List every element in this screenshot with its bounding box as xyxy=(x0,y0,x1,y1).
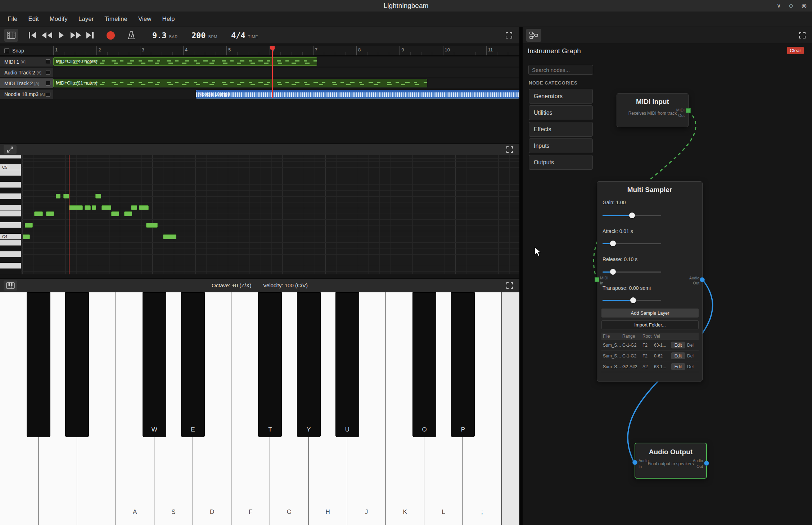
midi-note[interactable] xyxy=(23,234,30,239)
timeline-ruler[interactable]: 1234567891011 xyxy=(53,46,519,56)
sample-edit-button[interactable]: Edit xyxy=(671,352,685,359)
sample-edit-button[interactable]: Edit xyxy=(671,363,685,370)
time-sig-value[interactable]: 4/4 xyxy=(231,31,245,40)
track-header[interactable]: MIDI Track 2[A] xyxy=(0,78,53,88)
midi-note[interactable] xyxy=(102,205,111,210)
keystrip-row[interactable] xyxy=(0,205,21,211)
midi-note[interactable] xyxy=(56,194,60,198)
menu-item-help[interactable]: Help xyxy=(157,12,180,27)
search-nodes-input[interactable] xyxy=(528,65,593,75)
param-slider[interactable] xyxy=(603,241,661,246)
category-outputs[interactable]: Outputs xyxy=(529,155,593,170)
param-slider[interactable] xyxy=(603,297,661,303)
menu-item-layer[interactable]: Layer xyxy=(73,12,99,27)
timeline-playhead[interactable] xyxy=(272,46,273,98)
piano-roll-fullscreen-button[interactable] xyxy=(504,143,516,156)
menu-item-modify[interactable]: Modify xyxy=(44,12,73,27)
graph-fullscreen-button[interactable] xyxy=(796,29,808,41)
fast-forward-button[interactable] xyxy=(68,29,83,41)
midi-in-port[interactable] xyxy=(595,277,599,282)
keystrip-row[interactable] xyxy=(0,193,21,199)
midi-note[interactable] xyxy=(146,223,158,228)
menu-item-edit[interactable]: Edit xyxy=(23,12,44,27)
black-key[interactable]: T xyxy=(258,292,282,437)
midi-note[interactable] xyxy=(139,205,149,210)
keystrip-row[interactable] xyxy=(0,155,21,159)
film-strip-button[interactable] xyxy=(4,29,18,42)
record-button[interactable] xyxy=(107,31,115,40)
category-generators[interactable]: Generators xyxy=(529,89,593,104)
audio-in-port[interactable] xyxy=(632,460,637,465)
midi-clip[interactable]: MIDI Clip (21 notes) xyxy=(53,79,427,87)
black-key[interactable] xyxy=(27,292,50,437)
black-key[interactable] xyxy=(65,292,89,437)
category-inputs[interactable]: Inputs xyxy=(529,138,593,153)
add-sample-layer-button[interactable]: Add Sample Layer xyxy=(601,309,699,318)
track-lane[interactable]: Noodle 18.mp3 xyxy=(53,90,519,99)
slider-knob[interactable] xyxy=(610,241,616,246)
keystrip-row[interactable] xyxy=(0,199,21,205)
audio-out-port[interactable] xyxy=(704,461,709,466)
black-key[interactable]: P xyxy=(451,292,475,437)
sample-del-button[interactable]: Del xyxy=(685,353,696,359)
midi-note[interactable] xyxy=(46,211,54,216)
white-key[interactable] xyxy=(502,292,519,525)
audio-out-port[interactable] xyxy=(700,277,705,282)
clear-graph-button[interactable]: Clear xyxy=(787,47,804,54)
black-key[interactable]: O xyxy=(412,292,436,437)
track-checkbox[interactable] xyxy=(46,81,50,86)
midi-note[interactable] xyxy=(85,205,91,210)
keystrip-row[interactable] xyxy=(0,176,21,182)
rewind-button[interactable] xyxy=(40,29,54,41)
sample-edit-button[interactable]: Edit xyxy=(671,342,685,348)
keystrip-row[interactable]: C4 xyxy=(0,234,21,239)
midi-note[interactable] xyxy=(111,211,119,216)
param-slider[interactable] xyxy=(603,269,661,275)
skip-start-button[interactable] xyxy=(25,29,40,41)
import-folder-button[interactable]: Import Folder... xyxy=(601,320,699,329)
maximize-icon[interactable]: ◇ xyxy=(789,3,793,9)
keystrip-row[interactable] xyxy=(0,170,21,176)
keystrip-row[interactable] xyxy=(0,263,21,269)
graph-view-button[interactable] xyxy=(526,29,541,42)
piano-roll-expand-view-button[interactable] xyxy=(4,145,17,154)
midi-note[interactable] xyxy=(63,194,69,198)
track-header[interactable]: Audio Track 2[A] xyxy=(0,68,53,77)
menu-item-timeline[interactable]: Timeline xyxy=(99,12,133,27)
keystrip-row[interactable] xyxy=(0,246,21,251)
keystrip-row[interactable] xyxy=(0,257,21,263)
keystrip-row[interactable] xyxy=(0,269,21,274)
black-key[interactable]: W xyxy=(143,292,166,437)
track-lane[interactable]: MIDI Clip (21 notes) xyxy=(53,78,519,88)
node-audio-output[interactable]: Audio Output Final output to speakers Au… xyxy=(635,443,707,479)
keyboard-fullscreen-button[interactable] xyxy=(504,279,516,292)
menu-item-file[interactable]: File xyxy=(2,12,23,27)
track-checkbox[interactable] xyxy=(46,59,50,64)
category-utilities[interactable]: Utilities xyxy=(529,105,593,120)
close-icon[interactable]: ⊗ xyxy=(801,3,807,9)
piano-roll-playhead[interactable] xyxy=(69,155,69,274)
midi-note[interactable] xyxy=(95,194,101,198)
timeline-expand-button[interactable] xyxy=(503,29,515,41)
midi-note[interactable] xyxy=(163,234,176,239)
bpm-value[interactable]: 200 xyxy=(191,31,206,40)
midi-out-port[interactable] xyxy=(686,108,691,113)
skip-end-button[interactable] xyxy=(83,29,97,41)
midi-note[interactable] xyxy=(124,211,132,216)
slider-knob[interactable] xyxy=(630,297,636,303)
track-header[interactable]: Noodle 18.mp3[A] xyxy=(0,90,53,99)
midi-clip[interactable]: MIDI Clip (40 notes) xyxy=(53,57,317,66)
minimize-icon[interactable]: ∨ xyxy=(777,3,781,9)
midi-note[interactable] xyxy=(34,211,43,216)
keystrip-row[interactable] xyxy=(0,228,21,234)
audio-clip[interactable]: Noodle 18.mp3 xyxy=(196,90,519,99)
midi-note[interactable] xyxy=(92,205,96,210)
sample-del-button[interactable]: Del xyxy=(685,364,696,369)
sample-del-button[interactable]: Del xyxy=(685,343,696,348)
category-effects[interactable]: Effects xyxy=(529,122,593,137)
track-checkbox[interactable] xyxy=(46,70,50,75)
metronome-button[interactable] xyxy=(124,29,139,41)
keystrip-row[interactable] xyxy=(0,211,21,216)
keystrip-row[interactable]: C5 xyxy=(0,164,21,170)
slider-knob[interactable] xyxy=(610,269,616,275)
